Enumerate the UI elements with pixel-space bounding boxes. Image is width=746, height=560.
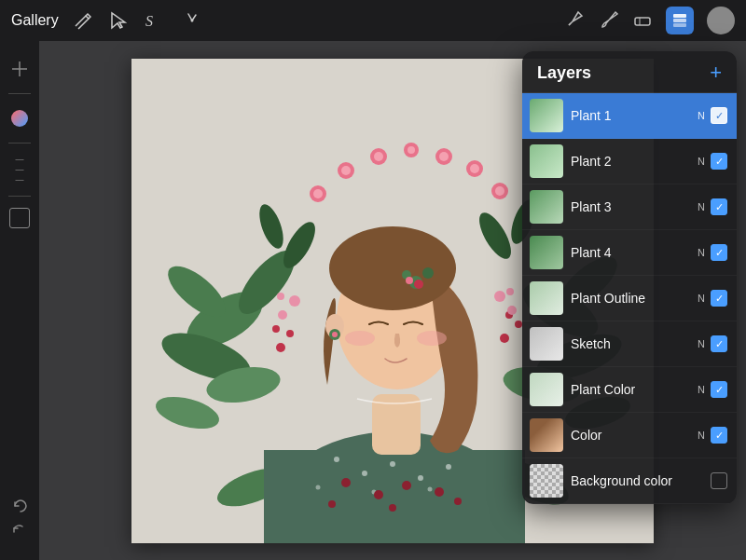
layer-name: Background color — [563, 473, 705, 488]
svg-point-33 — [374, 152, 383, 161]
canvas-frame-icon[interactable] — [9, 208, 30, 228]
svg-point-67 — [435, 487, 444, 497]
svg-point-1 — [190, 20, 193, 22]
svg-point-50 — [277, 293, 284, 300]
layer-name: Plant 4 — [563, 245, 698, 260]
adjust-icon[interactable] — [176, 8, 200, 33]
layer-thumbnail — [530, 373, 563, 406]
layer-thumbnail — [530, 418, 563, 452]
layer-thumbnail — [530, 190, 563, 224]
svg-rect-5 — [673, 23, 686, 27]
layer-blend-mode: N — [698, 110, 705, 121]
layer-visibility-checkbox[interactable]: ✓ — [711, 153, 727, 170]
svg-point-63 — [428, 486, 433, 491]
svg-point-74 — [345, 331, 375, 346]
modify-icon[interactable] — [70, 8, 94, 33]
svg-point-64 — [341, 478, 351, 487]
svg-text:S: S — [145, 13, 153, 29]
layer-name: Plant Outline — [563, 291, 698, 306]
svg-point-49 — [278, 310, 287, 320]
svg-point-59 — [418, 475, 423, 481]
selection-icon[interactable] — [105, 8, 130, 33]
layer-item[interactable]: Background color — [522, 458, 737, 504]
user-avatar[interactable] — [707, 7, 735, 34]
layer-item[interactable]: Plant 1N✓ — [522, 93, 737, 139]
svg-point-69 — [389, 504, 396, 512]
layer-item[interactable]: Plant OutlineN✓ — [522, 276, 737, 321]
layer-visibility-checkbox[interactable] — [711, 472, 727, 489]
toolbar-left: Gallery S — [11, 8, 200, 33]
sidebar-divider-1 — [8, 93, 31, 94]
layer-visibility-checkbox[interactable]: ✓ — [711, 335, 727, 352]
layer-item[interactable]: Plant 3N✓ — [522, 184, 737, 230]
layer-name: Plant 2 — [563, 154, 698, 169]
svg-point-52 — [507, 306, 517, 315]
sidebar-divider-3 — [8, 196, 31, 197]
svg-point-75 — [417, 331, 447, 346]
svg-point-66 — [402, 481, 411, 490]
layers-list: Plant 1N✓Plant 2N✓Plant 3N✓Plant 4N✓Plan… — [522, 93, 737, 504]
layer-visibility-checkbox[interactable]: ✓ — [711, 107, 727, 124]
svg-point-83 — [332, 332, 338, 337]
svg-point-31 — [341, 166, 351, 175]
layer-thumbnail — [530, 327, 563, 361]
svg-point-39 — [470, 164, 479, 173]
layer-thumbnail — [530, 464, 563, 498]
brush-tool[interactable] — [599, 8, 619, 34]
svg-point-48 — [289, 295, 300, 307]
svg-point-45 — [500, 334, 509, 343]
undo-icon[interactable] — [7, 493, 33, 519]
svg-point-56 — [334, 457, 339, 462]
layer-visibility-checkbox[interactable]: ✓ — [711, 427, 727, 444]
transform-icon[interactable]: S — [141, 8, 165, 33]
svg-rect-4 — [673, 19, 686, 22]
color-picker-icon[interactable] — [7, 105, 33, 131]
svg-point-79 — [414, 280, 423, 289]
gallery-button[interactable]: Gallery — [11, 12, 59, 29]
svg-point-58 — [390, 461, 395, 467]
svg-point-68 — [328, 500, 336, 508]
eraser-tool[interactable] — [632, 8, 653, 34]
layers-title: Layers — [537, 63, 591, 83]
layer-name: Sketch — [563, 336, 698, 351]
layer-visibility-checkbox[interactable]: ✓ — [711, 244, 727, 261]
layer-name: Plant Color — [563, 382, 698, 397]
layer-name: Plant 3 — [563, 199, 698, 214]
layer-thumbnail — [530, 144, 563, 178]
layers-header: Layers + — [522, 51, 737, 93]
svg-point-77 — [422, 267, 434, 279]
layer-visibility-checkbox[interactable]: ✓ — [711, 381, 727, 398]
pen-tool[interactable] — [565, 8, 586, 34]
layer-blend-mode: N — [698, 201, 705, 212]
svg-rect-2 — [635, 18, 650, 25]
layer-item[interactable]: Plant 4N✓ — [522, 230, 737, 276]
layer-thumbnail — [530, 281, 563, 315]
layer-item[interactable]: ColorN✓ — [522, 413, 737, 458]
layer-item[interactable]: Plant 2N✓ — [522, 139, 737, 184]
layers-button[interactable] — [666, 7, 694, 34]
svg-point-70 — [454, 498, 462, 505]
svg-point-46 — [515, 321, 522, 328]
layers-panel: Layers + Plant 1N✓Plant 2N✓Plant 3N✓Plan… — [522, 51, 737, 504]
layer-item[interactable]: Plant ColorN✓ — [522, 367, 737, 413]
svg-point-35 — [408, 146, 415, 154]
layer-blend-mode: N — [698, 247, 705, 258]
add-layer-button[interactable]: + — [710, 62, 722, 83]
layer-blend-mode: N — [698, 293, 705, 304]
redo-icon[interactable] — [7, 519, 33, 545]
svg-point-65 — [374, 490, 383, 499]
layer-name: Plant 1 — [563, 108, 698, 123]
svg-point-51 — [494, 291, 505, 302]
svg-point-43 — [286, 330, 294, 337]
svg-point-42 — [276, 343, 285, 352]
layer-thumbnail — [530, 99, 563, 132]
layer-blend-mode: N — [698, 338, 705, 349]
left-sidebar: — — — — [0, 41, 39, 560]
svg-point-60 — [446, 464, 451, 470]
svg-point-73 — [329, 226, 456, 310]
layer-visibility-checkbox[interactable]: ✓ — [711, 290, 727, 307]
layer-blend-mode: N — [698, 384, 705, 395]
layer-visibility-checkbox[interactable]: ✓ — [711, 198, 727, 215]
brush-size-icon[interactable] — [7, 56, 33, 82]
layer-item[interactable]: SketchN✓ — [522, 321, 737, 367]
